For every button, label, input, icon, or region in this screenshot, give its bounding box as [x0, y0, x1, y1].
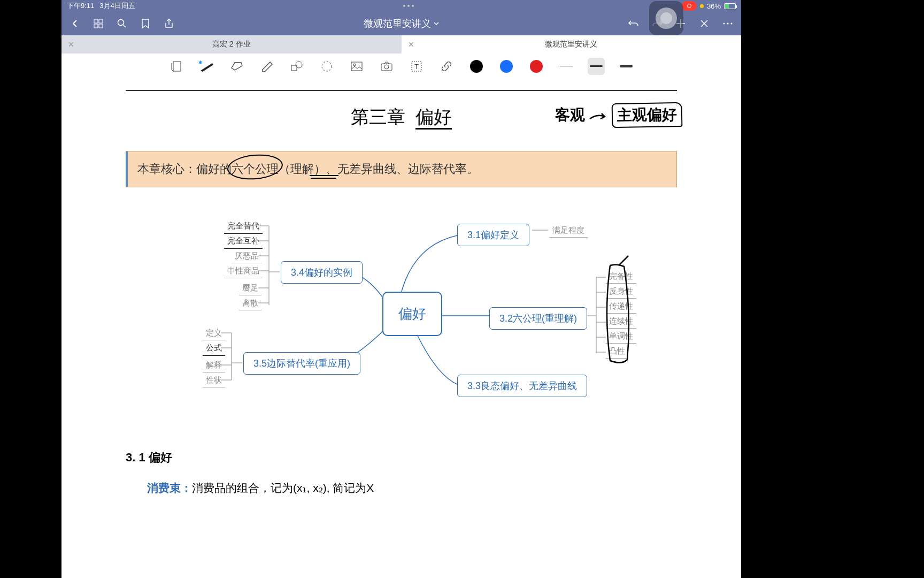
svg-rect-0 [94, 19, 98, 23]
tab-1-label: 高宏 2 作业 [212, 40, 251, 49]
color-blue[interactable] [498, 58, 515, 75]
stroke-medium[interactable] [588, 58, 605, 75]
chevron-down-icon [433, 20, 440, 27]
grid-icon[interactable] [93, 18, 104, 29]
bookmark-icon[interactable] [140, 18, 151, 29]
mindmap-leaf: 公式 [203, 341, 225, 356]
mindmap-leaf: 中性商品 [224, 264, 263, 278]
lasso-tool[interactable] [318, 58, 335, 75]
svg-point-6 [723, 23, 725, 25]
search-icon[interactable] [116, 18, 128, 29]
more-icon[interactable] [722, 18, 734, 29]
close-tab-icon[interactable]: ✕ [408, 40, 414, 49]
svg-point-14 [353, 64, 356, 66]
location-indicator [700, 4, 704, 8]
eraser-tool[interactable] [228, 58, 245, 75]
assistive-touch[interactable] [649, 1, 683, 35]
toolbar: ✱ T [61, 54, 741, 79]
mindmap-node-33: 3.3良态偏好、无差异曲线 [457, 375, 587, 397]
handwriting-circle [226, 153, 284, 182]
text-tool[interactable]: T [408, 58, 425, 75]
back-icon[interactable] [69, 18, 81, 29]
mindmap-leaf: 完全替代 [224, 219, 263, 234]
undo-icon[interactable] [628, 18, 640, 29]
svg-rect-2 [94, 24, 98, 28]
navbar: 微观范里安讲义 [61, 12, 741, 35]
mindmap-leaf: 解释 [203, 359, 225, 372]
section-body: 消费束：消费品的组合，记为(x₁, x₂), 简记为X [126, 481, 677, 496]
tab-2[interactable]: ✕ 微观范里安讲义 [402, 35, 742, 54]
handwriting-annotation: 客观 主观偏好 [555, 103, 682, 127]
chapter-title: 第三章 偏好 客观 主观偏好 [126, 105, 677, 130]
image-tool[interactable] [348, 58, 365, 75]
mindmap-leaf: 餍足 [239, 282, 261, 295]
shapes-tool[interactable] [288, 58, 305, 75]
svg-point-11 [296, 62, 302, 68]
handwriting-underline [311, 178, 336, 179]
svg-point-16 [384, 65, 389, 69]
page-flip-icon[interactable] [168, 58, 186, 75]
svg-point-7 [727, 23, 729, 25]
mindmap-center: 偏好 [382, 292, 442, 336]
pen-tool[interactable]: ✱ [198, 58, 215, 75]
svg-text:T: T [414, 63, 419, 71]
mindmap-leaf: 满足程度 [549, 224, 588, 238]
status-bar: 下午9:11 3月4日周五 36% [61, 0, 741, 12]
mindmap-node-31: 3.1偏好定义 [457, 224, 529, 246]
tab-2-label: 微观范里安讲义 [545, 40, 597, 49]
stroke-thin[interactable] [558, 58, 575, 75]
highlighter-tool[interactable] [258, 58, 275, 75]
link-tool[interactable] [438, 58, 455, 75]
tab-bar: ✕ 高宏 2 作业 ✕ 微观范里安讲义 [61, 35, 741, 54]
time: 下午9:11 [67, 1, 94, 11]
svg-point-12 [322, 62, 332, 71]
svg-rect-3 [99, 24, 103, 28]
document-title[interactable]: 微观范里安讲义 [364, 17, 440, 30]
mindmap-leaf: 性状 [203, 374, 225, 387]
mindmap-leaf: 定义 [203, 326, 225, 340]
mindmap-leaf: 离散 [239, 296, 261, 310]
svg-rect-13 [351, 62, 362, 71]
mindmap-node-32: 3.2六公理(重理解) [489, 307, 587, 330]
mindmap: 偏好 3.1偏好定义 满足程度 3.2六公理(重理解) 完备性 反身性 传递性 … [126, 214, 677, 428]
battery-icon [724, 3, 736, 9]
mindmap-leaf: 厌恶品 [232, 249, 262, 263]
mindmap-node-34: 3.4偏好的实例 [281, 261, 363, 284]
recording-indicator[interactable] [682, 1, 697, 11]
mindmap-node-35: 3.5边际替代率(重应用) [243, 352, 360, 375]
mindmap-leaf: 完全互补 [224, 234, 263, 249]
svg-rect-9 [173, 62, 181, 71]
color-black[interactable] [468, 58, 485, 75]
tab-1[interactable]: ✕ 高宏 2 作业 [61, 35, 402, 54]
multitask-dots[interactable] [403, 5, 414, 7]
svg-point-8 [731, 23, 733, 25]
canvas[interactable]: 第三章 偏好 客观 主观偏好 本章核心：偏好的六个公理（理解）、无差异曲线、边际… [61, 79, 741, 578]
battery-percent: 36% [707, 2, 721, 10]
section-heading: 3. 1 偏好 [126, 450, 677, 466]
close-icon[interactable] [698, 18, 710, 29]
share-icon[interactable] [163, 18, 175, 29]
handwriting-underline [310, 175, 338, 176]
stroke-thick[interactable] [618, 58, 635, 75]
color-red[interactable] [528, 58, 545, 75]
core-summary-box: 本章核心：偏好的六个公理（理解）、无差异曲线、边际替代率。 [126, 151, 677, 187]
svg-point-4 [118, 20, 124, 26]
close-tab-icon[interactable]: ✕ [68, 40, 74, 49]
horizontal-rule [126, 90, 677, 91]
svg-rect-1 [99, 19, 103, 23]
handwriting-bracket [600, 254, 638, 366]
camera-tool[interactable] [378, 58, 395, 75]
date: 3月4日周五 [99, 1, 135, 11]
svg-line-5 [123, 25, 126, 27]
